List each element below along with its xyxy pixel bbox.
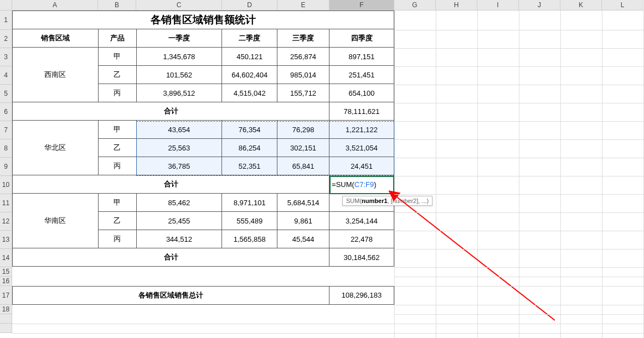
col-header-A[interactable]: A <box>12 0 98 11</box>
col-header-G[interactable]: G <box>394 0 436 11</box>
col-header-I[interactable]: I <box>477 0 519 11</box>
row-header-7[interactable]: 7 <box>0 121 12 139</box>
col-header-J[interactable]: J <box>519 0 560 11</box>
row-header-4[interactable]: 4 <box>0 66 12 85</box>
column-headers[interactable]: A B C D E F G H I J K L <box>0 0 643 11</box>
row-header-18[interactable]: 18 <box>0 305 12 314</box>
row-header-13[interactable]: 13 <box>0 231 12 249</box>
col-header-B[interactable]: B <box>98 0 136 11</box>
col-header-F[interactable]: F <box>329 0 394 11</box>
col-header-C[interactable]: C <box>136 0 222 11</box>
col-header-E[interactable]: E <box>277 0 329 11</box>
row-header-14[interactable]: 14 <box>0 249 12 267</box>
row-header-16[interactable]: 16 <box>0 277 12 286</box>
col-header-H[interactable]: H <box>436 0 477 11</box>
row-header-12[interactable]: 12 <box>0 212 12 231</box>
col-header-D[interactable]: D <box>222 0 277 11</box>
row-header-9[interactable]: 9 <box>0 158 12 176</box>
row-headers[interactable]: 123456789101112131415161718 <box>0 11 12 333</box>
row-header-1[interactable]: 1 <box>0 11 12 30</box>
row-header-5[interactable]: 5 <box>0 85 12 103</box>
row-header-2[interactable]: 2 <box>0 30 12 48</box>
row-header-10[interactable]: 10 <box>0 176 12 194</box>
col-header-L[interactable]: L <box>602 0 643 11</box>
col-header-K[interactable]: K <box>560 0 602 11</box>
row-header-6[interactable]: 6 <box>0 103 12 121</box>
select-all-corner[interactable] <box>0 0 12 11</box>
faint-rows <box>12 11 644 338</box>
row-header-3[interactable]: 3 <box>0 48 12 66</box>
row-header-15[interactable]: 15 <box>0 267 12 277</box>
row-header-11[interactable]: 11 <box>0 194 12 212</box>
row-header-17[interactable]: 17 <box>0 286 12 305</box>
row-header-8[interactable]: 8 <box>0 139 12 158</box>
